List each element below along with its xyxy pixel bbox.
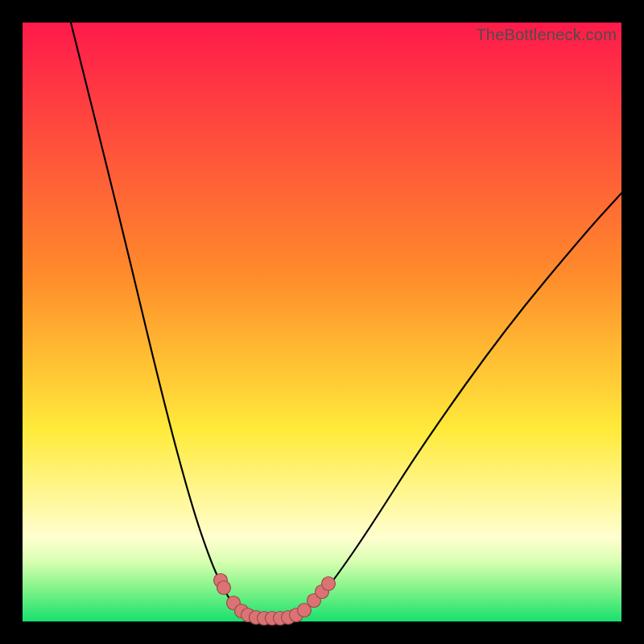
frame: TheBottleneck.com <box>0 0 644 644</box>
markers-group <box>214 574 336 625</box>
marker-point <box>217 581 231 595</box>
series-left-curve <box>71 23 251 617</box>
curve-svg <box>23 23 621 621</box>
watermark-text: TheBottleneck.com <box>476 26 617 44</box>
plot-area: TheBottleneck.com <box>23 23 621 621</box>
series-right-curve <box>290 193 621 617</box>
marker-point <box>322 577 336 591</box>
curve-paths <box>71 23 621 618</box>
